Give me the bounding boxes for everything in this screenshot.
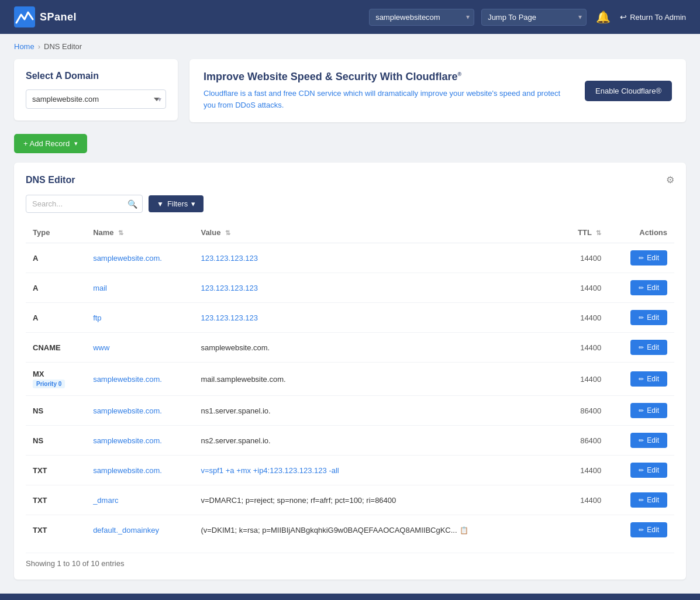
edit-button[interactable]: ✏ Edit bbox=[630, 492, 667, 508]
col-name[interactable]: Name ⇅ bbox=[86, 222, 194, 243]
cell-name: mail bbox=[86, 273, 194, 303]
cell-value: 123.123.123.123 bbox=[194, 273, 559, 303]
table-row: NSsamplewebsite.com.ns1.server.spanel.io… bbox=[26, 396, 674, 426]
edit-button[interactable]: ✏ Edit bbox=[630, 371, 667, 387]
cell-name: samplewebsite.com. bbox=[86, 426, 194, 456]
footer: © SPanel. All rights reserved. bbox=[0, 594, 700, 600]
cell-type: CNAME bbox=[26, 333, 86, 363]
breadcrumb: Home › DNS Editor bbox=[0, 34, 700, 59]
domain-select[interactable]: samplewebsite.com bbox=[26, 89, 166, 109]
filters-button[interactable]: ▼ Filters ▾ bbox=[149, 195, 204, 212]
cell-value: 123.123.123.123 bbox=[194, 243, 559, 273]
cell-actions: ✏ Edit bbox=[608, 396, 674, 426]
cell-value: v=DMARC1; p=reject; sp=none; rf=afrf; pc… bbox=[194, 485, 559, 515]
priority-badge: Priority 0 bbox=[33, 380, 65, 388]
cell-name: samplewebsite.com. bbox=[86, 396, 194, 426]
cell-value: ns1.server.spanel.io. bbox=[194, 396, 559, 426]
edit-button[interactable]: ✏ Edit bbox=[630, 250, 667, 265]
filters-chevron-icon: ▾ bbox=[191, 199, 195, 208]
search-icon: 🔍 bbox=[127, 199, 137, 209]
cell-actions: ✏ Edit bbox=[608, 333, 674, 363]
cloudflare-card: Improve Website Speed & Security With Cl… bbox=[189, 59, 686, 122]
jump-to-page-wrapper[interactable]: Jump To Page bbox=[481, 9, 587, 26]
edit-button[interactable]: ✏ Edit bbox=[630, 340, 667, 355]
cell-ttl: 14400 bbox=[560, 456, 608, 485]
domain-select-wrapper[interactable]: samplewebsite.com bbox=[26, 89, 166, 109]
showing-entries-text: Showing 1 to 10 of 10 entries bbox=[26, 553, 674, 568]
table-row: CNAMEwwwsamplewebsite.com.14400✏ Edit bbox=[26, 333, 674, 363]
copy-icon[interactable]: 📋 bbox=[460, 526, 468, 535]
cell-value: mail.samplewebsite.com. bbox=[194, 363, 559, 396]
logo-icon bbox=[14, 6, 35, 27]
cell-value: ns2.server.spanel.io. bbox=[194, 426, 559, 456]
dns-panel-header: DNS Editor ⚙ bbox=[26, 174, 674, 185]
table-row: NSsamplewebsite.com.ns2.server.spanel.io… bbox=[26, 426, 674, 456]
bell-icon[interactable]: 🔔 bbox=[596, 10, 611, 24]
cloudflare-title: Improve Website Speed & Security With Cl… bbox=[204, 71, 573, 83]
cell-value: 123.123.123.123 bbox=[194, 303, 559, 333]
edit-button[interactable]: ✏ Edit bbox=[630, 310, 667, 325]
top-row: Select A Domain samplewebsite.com Improv… bbox=[14, 59, 686, 122]
cell-actions: ✏ Edit bbox=[608, 243, 674, 273]
filter-icon: ▼ bbox=[157, 200, 164, 208]
add-record-chevron-icon: ▾ bbox=[74, 140, 78, 147]
cell-actions: ✏ Edit bbox=[608, 363, 674, 396]
col-type: Type bbox=[26, 222, 86, 243]
table-row: Asamplewebsite.com.123.123.123.12314400✏… bbox=[26, 243, 674, 273]
site-selector[interactable]: samplewebsitecom bbox=[369, 9, 474, 26]
dns-table-header: Type Name ⇅ Value ⇅ TTL ⇅ Actions bbox=[26, 222, 674, 243]
cell-ttl: 14400 bbox=[560, 333, 608, 363]
cloudflare-text: Improve Website Speed & Security With Cl… bbox=[204, 71, 573, 111]
return-to-admin-button[interactable]: ↩ Return To Admin bbox=[620, 12, 686, 22]
main-header: SPanel samplewebsitecom Jump To Page 🔔 ↩… bbox=[0, 0, 700, 34]
gear-icon[interactable]: ⚙ bbox=[666, 174, 674, 185]
return-admin-icon: ↩ bbox=[620, 12, 627, 22]
dns-table-body: Asamplewebsite.com.123.123.123.12314400✏… bbox=[26, 243, 674, 545]
cell-ttl bbox=[560, 515, 608, 545]
cell-ttl: 86400 bbox=[560, 396, 608, 426]
cell-name: _dmarc bbox=[86, 485, 194, 515]
edit-button[interactable]: ✏ Edit bbox=[630, 433, 667, 448]
cell-value: samplewebsite.com. bbox=[194, 333, 559, 363]
cell-name: default._domainkey bbox=[86, 515, 194, 545]
dns-panel-title: DNS Editor bbox=[26, 175, 75, 185]
edit-button[interactable]: ✏ Edit bbox=[630, 280, 667, 295]
dns-editor-panel: DNS Editor ⚙ 🔍 ▼ Filters ▾ Type Name bbox=[14, 163, 686, 580]
col-value[interactable]: Value ⇅ bbox=[194, 222, 559, 243]
cell-actions: ✏ Edit bbox=[608, 515, 674, 545]
cell-actions: ✏ Edit bbox=[608, 273, 674, 303]
return-admin-label: Return To Admin bbox=[630, 13, 686, 22]
cell-ttl: 14400 bbox=[560, 243, 608, 273]
cell-value: (v=DKIM1; k=rsa; p=MIIBIjANBgkqhkiG9w0BA… bbox=[194, 515, 559, 545]
cell-ttl: 14400 bbox=[560, 485, 608, 515]
dns-table: Type Name ⇅ Value ⇅ TTL ⇅ Actions bbox=[26, 222, 674, 544]
site-selector-wrapper[interactable]: samplewebsitecom bbox=[369, 9, 474, 26]
jump-to-page[interactable]: Jump To Page bbox=[481, 9, 587, 26]
name-sort-icon: ⇅ bbox=[118, 229, 123, 236]
table-row: Aftp123.123.123.12314400✏ Edit bbox=[26, 303, 674, 333]
cell-type: TXT bbox=[26, 456, 86, 485]
cell-name: samplewebsite.com. bbox=[86, 243, 194, 273]
search-input[interactable] bbox=[26, 195, 143, 213]
value-sort-icon: ⇅ bbox=[225, 229, 230, 236]
table-row: MXPriority 0samplewebsite.com.mail.sampl… bbox=[26, 363, 674, 396]
cell-name: samplewebsite.com. bbox=[86, 363, 194, 396]
enable-cloudflare-button[interactable]: Enable Cloudflare® bbox=[585, 81, 672, 101]
breadcrumb-separator: › bbox=[38, 42, 40, 51]
edit-button[interactable]: ✏ Edit bbox=[630, 522, 667, 537]
add-record-row: + Add Record ▾ bbox=[14, 134, 686, 153]
domain-card: Select A Domain samplewebsite.com bbox=[14, 59, 178, 120]
col-actions: Actions bbox=[608, 222, 674, 243]
logo-text: SPanel bbox=[40, 11, 77, 23]
cell-ttl: 14400 bbox=[560, 303, 608, 333]
cell-name: ftp bbox=[86, 303, 194, 333]
table-row: Amail123.123.123.12314400✏ Edit bbox=[26, 273, 674, 303]
breadcrumb-home[interactable]: Home bbox=[14, 42, 35, 51]
cell-actions: ✏ Edit bbox=[608, 485, 674, 515]
edit-button[interactable]: ✏ Edit bbox=[630, 463, 667, 478]
edit-button[interactable]: ✏ Edit bbox=[630, 403, 667, 418]
cell-type: A bbox=[26, 303, 86, 333]
col-ttl[interactable]: TTL ⇅ bbox=[560, 222, 608, 243]
add-record-button[interactable]: + Add Record ▾ bbox=[14, 134, 87, 153]
cell-ttl: 86400 bbox=[560, 426, 608, 456]
